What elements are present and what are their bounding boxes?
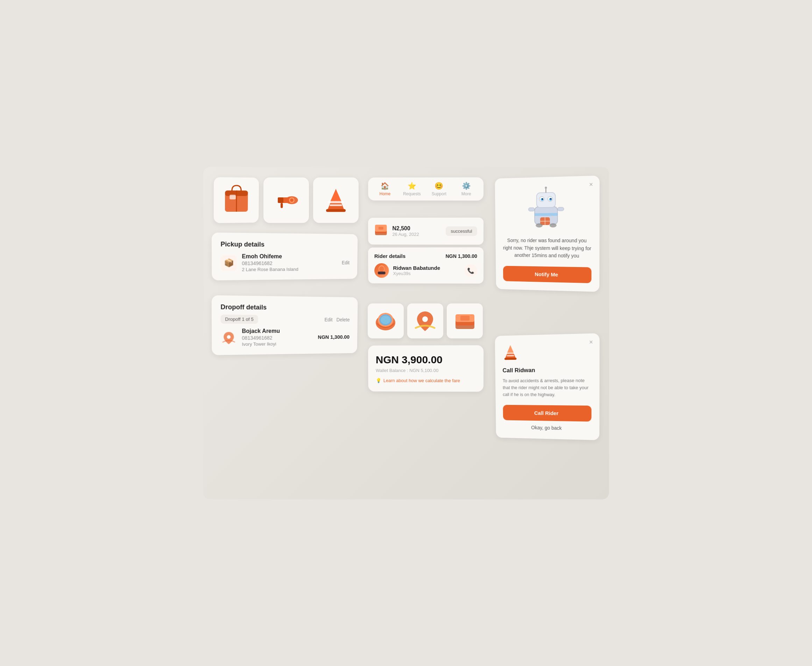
transaction-status: successful (446, 226, 477, 236)
fare-learn-link[interactable]: 💡 Learn about how we calculate the fare (376, 378, 476, 383)
pickup-edit-link[interactable]: Edit (341, 260, 349, 265)
rider-avatar (374, 263, 389, 278)
rider-name: Ridwan Babatunde (393, 265, 440, 270)
money-stack-icon (374, 223, 387, 239)
call-modal-title: Call Ridwan (502, 366, 591, 374)
dropoff-title: Dropoff details (221, 303, 350, 312)
fare-amount: NGN 3,900.00 (376, 353, 476, 365)
pickup-package-icon: 📦 (221, 255, 237, 270)
fare-card: NGN 3,900.00 Wallet Balance : NGN 5,100.… (368, 345, 484, 392)
svg-rect-31 (460, 316, 469, 321)
package-icon-card (213, 177, 259, 223)
call-cone-icon (502, 342, 591, 364)
dropoff-card: Dropoff details Dropoff 1 of 5 Edit Dele… (211, 295, 357, 355)
nav-support-label: Support (432, 191, 446, 196)
svg-rect-6 (278, 198, 283, 203)
nav-item-requests[interactable]: ⭐ Requests (401, 181, 422, 196)
go-back-link[interactable]: Okay, go back (503, 424, 591, 432)
svg-rect-45 (528, 208, 535, 211)
call-modal-message: To avoid accidents & arrests, please not… (502, 377, 591, 399)
rider-card: Rider details NGN 1,300.00 Ridwan Babatu… (368, 247, 484, 284)
notify-message: Sorry, no rider was found around you rig… (503, 237, 591, 260)
svg-point-43 (545, 186, 547, 189)
nav-item-home[interactable]: 🏠 Home (374, 181, 395, 196)
pickup-card: Pickup details 📦 Emoh Ohifeme 0813496168… (211, 232, 357, 280)
nav-bar: 🏠 Home ⭐ Requests 😊 Support ⚙️ More (368, 177, 484, 200)
fare-wallet-balance: Wallet Balance : NGN 5,100.00 (376, 368, 476, 373)
icon-cards-row (214, 178, 359, 223)
svg-marker-11 (330, 189, 341, 201)
svg-rect-3 (229, 195, 236, 199)
rider-id: Xyeu39s (393, 270, 440, 276)
support-icon: 😊 (435, 181, 443, 190)
dropoff-badge: Dropoff 1 of 5 (221, 314, 258, 323)
svg-rect-44 (535, 213, 558, 216)
svg-rect-7 (281, 203, 283, 208)
dropoff-location-icon (221, 329, 237, 345)
call-rider-button[interactable]: Call Rider (503, 405, 591, 422)
svg-rect-14 (329, 204, 342, 206)
transaction-info: N2,500 26 Aug, 2022 (392, 225, 441, 237)
dropoff-address: Ivory Tower Ikoyi (242, 341, 313, 347)
megaphone-icon-card (264, 178, 309, 223)
nav-home-label: Home (379, 191, 390, 196)
robot-illustration (502, 185, 591, 231)
notify-me-button[interactable]: Notify Me (503, 265, 591, 283)
svg-rect-22 (377, 271, 385, 274)
pickup-phone: 08134961682 (242, 260, 337, 266)
cone-icon-card (313, 178, 359, 223)
svg-rect-13 (328, 201, 344, 203)
more-icon: ⚙️ (462, 181, 471, 190)
dropoff-price: NGN 1,300.00 (318, 334, 349, 340)
dropoff-name: Bojack Aremu (242, 328, 313, 334)
call-phone-button[interactable]: 📞 (464, 264, 477, 277)
notify-close-button[interactable]: × (589, 181, 593, 188)
dropoff-edit-link[interactable]: Edit (324, 317, 333, 322)
dropoff-text: Bojack Aremu 08134961682 Ivory Tower Iko… (242, 328, 313, 346)
product-location-card (407, 303, 443, 338)
notify-modal: × (495, 175, 599, 292)
call-close-button[interactable]: × (589, 338, 593, 346)
rider-details-title: Rider details (374, 253, 405, 259)
pickup-title: Pickup details (221, 241, 349, 249)
svg-point-27 (422, 317, 428, 322)
fare-learn-text: Learn about how we calculate the fare (383, 378, 460, 383)
transaction-card: N2,500 26 Aug, 2022 successful (368, 218, 484, 245)
nav-item-more[interactable]: ⚙️ More (456, 181, 477, 196)
transaction-amount: N2,500 (392, 225, 441, 231)
requests-icon: ⭐ (407, 181, 416, 190)
svg-marker-53 (507, 345, 514, 353)
product-images-row (368, 303, 483, 338)
dropoff-phone: 08134961682 (242, 335, 313, 341)
pickup-name: Emoh Ohifeme (242, 253, 337, 259)
svg-point-9 (290, 198, 293, 202)
home-icon: 🏠 (380, 181, 389, 190)
transaction-date: 26 Aug, 2022 (392, 231, 441, 237)
nav-item-support[interactable]: 😊 Support (428, 181, 449, 196)
product-money-card (447, 303, 483, 338)
rider-details-price: NGN 1,300.00 (445, 253, 477, 259)
nav-requests-label: Requests (403, 191, 421, 196)
svg-rect-54 (504, 358, 516, 360)
call-rider-modal: × Call Ridwan To avoid accidents & arres… (495, 333, 599, 440)
product-helmet-card (368, 303, 404, 338)
svg-rect-46 (557, 207, 563, 211)
nav-more-label: More (461, 191, 471, 196)
pickup-text: Emoh Ohifeme 08134961682 2 Lane Rose Ban… (242, 253, 337, 272)
lightbulb-icon: 💡 (376, 378, 381, 383)
svg-rect-12 (326, 209, 346, 212)
scene: Pickup details 📦 Emoh Ohifeme 0813496168… (203, 167, 609, 499)
svg-rect-19 (378, 227, 383, 229)
svg-point-26 (380, 316, 390, 324)
dropoff-delete-link[interactable]: Delete (336, 317, 349, 322)
rider-text: Ridwan Babatunde Xyeu39s (393, 265, 440, 276)
pickup-address: 2 Lane Rose Banana Island (242, 266, 337, 272)
